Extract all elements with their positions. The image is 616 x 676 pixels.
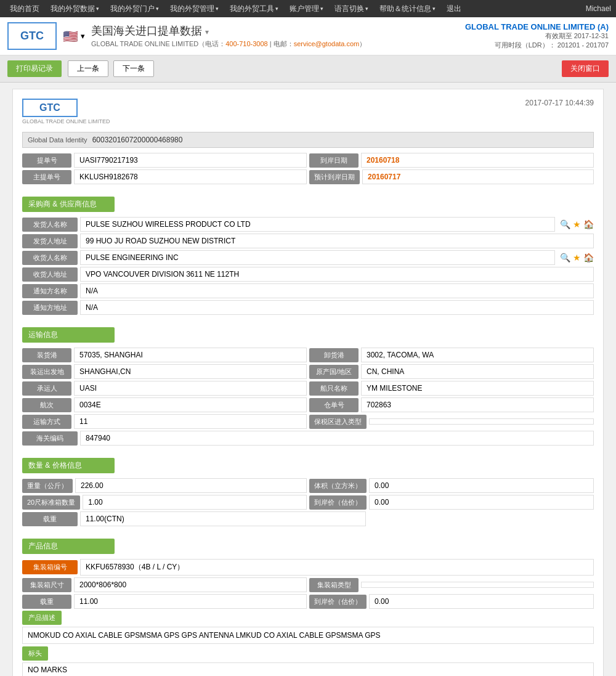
voyage-value: 0034E	[74, 397, 307, 412]
loading-port-value: 57035, SHANGHAI	[74, 348, 307, 362]
voyage-warehouse-row: 航次 0034E 仓单号 702863	[22, 397, 594, 412]
site-subtitle: GLOBAL TRADE ONLINE LIMITED（电话：400-710-3…	[91, 39, 465, 49]
container-no-label: 集装箱编号	[22, 560, 78, 574]
expected-arrival-field: 预计到岸日期 20160717	[309, 169, 594, 184]
bill-row: 提单号 UASI7790217193 到岸日期 20160718	[22, 153, 594, 168]
shipper-addr-row: 发货人地址 99 HUO JU ROAD SUZHOU NEW DISTRICT	[22, 234, 594, 248]
notify-name-row: 通知方名称 N/A	[22, 283, 594, 298]
voyage-field: 航次 0034E	[22, 397, 307, 412]
customs-row: 海关编码 847940	[22, 431, 594, 446]
page-header: GTC 🇺🇸 ▾ 美国海关进口提单数据 ▾ GLOBAL TRADE ONLIN…	[0, 17, 616, 55]
arrival-price-field: 到岸价（估价） 0.00	[309, 495, 594, 510]
nav-manage[interactable]: 我的外贸管理 ▾	[165, 1, 224, 17]
volume-label: 体积（立方米）	[309, 479, 367, 493]
notify-addr-label: 通知方地址	[22, 301, 78, 315]
nav-area: 上一条 下一条	[68, 60, 154, 77]
top-navigation: 我的首页 我的外贸数据 ▾ 我的外贸门户 ▾ 我的外贸管理 ▾ 我的外贸工具 ▾…	[0, 0, 616, 17]
consignee-addr-label: 收货人地址	[22, 267, 78, 282]
data-identity-label: Global Data Identity	[28, 136, 87, 144]
container-type-value	[361, 582, 594, 588]
star-icon[interactable]: ★	[573, 219, 581, 229]
chevron-down-icon: ▾	[275, 6, 278, 12]
qty-load-row: 载重 11.00(CTN)	[22, 511, 594, 526]
master-bill-field: 主提单号 KKLUSH9182678	[22, 169, 307, 184]
product-desc-value: NMOKUD CO AXIAL CABLE GPSMSMA GPS GPS AN…	[22, 627, 594, 644]
site-title-area: 美国海关进口提单数据 ▾ GLOBAL TRADE ONLINE LIMITED…	[91, 23, 465, 49]
prod-price-value: 0.00	[369, 594, 594, 609]
record-header: GTC GLOBAL TRADE ONLINE LIMITED 2017-07-…	[22, 99, 594, 124]
bill-number-label: 提单号	[22, 153, 71, 168]
next-button[interactable]: 下一条	[113, 60, 154, 77]
chevron-down-icon: ▾	[320, 6, 323, 12]
master-bill-value: KKLUSH9182678	[74, 169, 307, 184]
arrival-date-label: 到岸日期	[309, 153, 359, 168]
home-icon[interactable]: 🏠	[583, 219, 594, 229]
print-button[interactable]: 打印易记录	[7, 60, 62, 77]
us-flag-icon: 🇺🇸	[63, 29, 78, 44]
nav-lang[interactable]: 语言切换 ▾	[330, 1, 373, 17]
consignee-addr-value: VPO VANCOUVER DIVISION 3611 NE 112TH	[80, 267, 594, 282]
container-type-label: 集装箱类型	[309, 578, 359, 592]
company-logo: GTC	[7, 22, 57, 50]
email-link[interactable]: service@gtodata.com	[294, 40, 360, 47]
arrival-price-label: 到岸价（估价）	[309, 495, 367, 510]
loading-port-field: 装货港 57035, SHANGHAI	[22, 348, 307, 362]
nav-logout[interactable]: 退出	[442, 1, 466, 17]
page-title: 美国海关进口提单数据 ▾	[91, 23, 465, 38]
bonded-value	[369, 418, 594, 425]
nav-portal[interactable]: 我的外贸门户 ▾	[105, 1, 164, 17]
nav-items: 我的首页 我的外贸数据 ▾ 我的外贸门户 ▾ 我的外贸管理 ▾ 我的外贸工具 ▾…	[5, 1, 586, 17]
search-icon[interactable]: 🔍	[560, 253, 570, 263]
volume-value: 0.00	[369, 478, 594, 493]
consignee-name-label: 收货人名称	[22, 251, 78, 265]
weight-volume-row: 重量（公斤） 226.00 体积（立方米） 0.00	[22, 478, 594, 493]
search-icon[interactable]: 🔍	[560, 219, 570, 229]
nav-help[interactable]: 帮助＆统计信息 ▾	[375, 1, 440, 17]
qty-value: 11.00(CTN)	[80, 511, 366, 526]
containers-value: 1.00	[83, 495, 307, 510]
buyer-supplier-title: 采购商 & 供应商信息	[22, 197, 115, 212]
origin-field: 原产国/地区 CN, CHINA	[309, 364, 594, 379]
arrival-date-value: 20160718	[361, 153, 594, 168]
carrier-vessel-row: 承运人 UASI 船只名称 YM MILESTONE	[22, 381, 594, 396]
prod-qty-value: 11.00	[74, 594, 307, 609]
place-origin-row: 装运出发地 SHANGHAI,CN 原产国/地区 CN, CHINA	[22, 364, 594, 379]
vessel-value: YM MILESTONE	[361, 381, 594, 396]
prev-button[interactable]: 上一条	[68, 60, 108, 77]
close-button[interactable]: 关闭窗口	[562, 60, 609, 77]
buyer-supplier-section: 采购商 & 供应商信息 发货人名称 PULSE SUZHOU WIRELESS …	[22, 189, 594, 315]
phone-link[interactable]: 400-710-3008	[225, 40, 268, 47]
customs-value: 847940	[80, 431, 594, 446]
product-title: 产品信息	[22, 539, 115, 554]
voyage-label: 航次	[22, 398, 71, 412]
star-icon[interactable]: ★	[573, 253, 581, 263]
data-identity-row: Global Data Identity 6003201607200000468…	[22, 132, 594, 148]
master-bill-row: 主提单号 KKLUSH9182678 预计到岸日期 20160717	[22, 169, 594, 184]
weight-value: 226.00	[75, 478, 307, 493]
container-no-value: KKFU6578930（4B / L / CY）	[80, 559, 594, 576]
quantity-title: 数量 & 价格信息	[22, 458, 115, 473]
shipper-name-row: 发货人名称 PULSE SUZHOU WIRELESS PRODUCT CO L…	[22, 217, 594, 232]
arrival-price-value: 0.00	[369, 495, 594, 510]
container-type-field: 集装箱类型	[309, 577, 594, 592]
shipper-addr-value: 99 HUO JU ROAD SUZHOU NEW DISTRICT	[80, 234, 594, 248]
carrier-label: 承运人	[22, 381, 71, 396]
weight-field: 重量（公斤） 226.00	[22, 478, 307, 493]
customs-label: 海关编码	[22, 431, 78, 446]
weight-label: 重量（公斤）	[22, 479, 73, 493]
master-bill-label: 主提单号	[22, 170, 71, 184]
discharge-port-label: 卸货港	[309, 348, 359, 362]
containers-field: 20尺标准箱数量 1.00	[22, 495, 307, 510]
prod-qty-label: 载重	[22, 595, 71, 609]
nav-data[interactable]: 我的外贸数据 ▾	[46, 1, 104, 17]
main-content: GTC GLOBAL TRADE ONLINE LIMITED 2017-07-…	[12, 89, 604, 676]
home-icon[interactable]: 🏠	[583, 253, 594, 263]
nav-tools[interactable]: 我的外贸工具 ▾	[225, 1, 283, 17]
consignee-icons: 🔍 ★ 🏠	[560, 253, 594, 263]
shipper-addr-label: 发货人地址	[22, 234, 78, 248]
transport-field: 运输方式 11	[22, 414, 307, 429]
nav-home[interactable]: 我的首页	[5, 1, 44, 17]
flag-area: 🇺🇸 ▾	[63, 29, 85, 44]
nav-account[interactable]: 账户管理 ▾	[285, 1, 328, 17]
consignee-addr-row: 收货人地址 VPO VANCOUVER DIVISION 3611 NE 112…	[22, 267, 594, 282]
